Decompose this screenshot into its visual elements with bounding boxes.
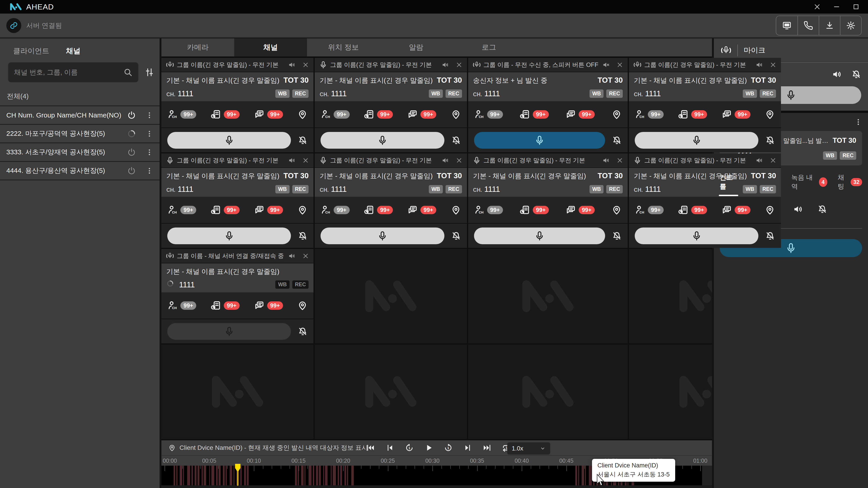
close-icon[interactable] — [302, 61, 309, 68]
location-button[interactable] — [297, 205, 308, 215]
channel-card[interactable]: 그룹 이름(긴 경우 말줄임) - 무전 기본 기본 - 채널 이름 표시(긴 … — [315, 58, 467, 152]
participants-button[interactable]: 99+ — [167, 109, 196, 120]
ptt-mic-button[interactable] — [320, 132, 444, 149]
history-button[interactable]: 99+ — [678, 205, 707, 215]
tab-recordings[interactable]: 녹음 내역4 — [792, 173, 827, 191]
tab-chat[interactable]: 채팅32 — [838, 173, 862, 191]
channel-card[interactable]: 그룹 이름 - 무전 수신 중, 스피커 버튼 OFF 송신자 정보 + 님 발… — [468, 58, 628, 152]
history-button[interactable]: 99+ — [364, 205, 393, 215]
close-icon[interactable] — [770, 157, 776, 164]
history-button[interactable]: 99+ — [520, 205, 549, 215]
speaker-button[interactable] — [793, 204, 803, 214]
monitor-button[interactable] — [776, 16, 798, 35]
ptt-mic-button[interactable] — [635, 132, 758, 149]
speaker-icon[interactable] — [441, 157, 449, 164]
tab-clients[interactable]: 클라이언트 — [13, 46, 49, 56]
channel-list-item[interactable]: 2222. 마포구/공덕역 공사현장(5) — [0, 125, 160, 143]
more-menu-icon[interactable] — [146, 130, 153, 138]
alarm-off-icon[interactable] — [451, 231, 461, 241]
more-menu-icon[interactable] — [146, 149, 153, 156]
forward-1-button[interactable] — [444, 443, 453, 452]
participants-button[interactable]: 99+ — [167, 300, 196, 311]
loading-spinner-icon[interactable] — [127, 129, 136, 138]
close-icon[interactable] — [456, 61, 463, 68]
participants-button[interactable]: 99+ — [320, 205, 349, 215]
location-button[interactable] — [765, 109, 775, 120]
channel-list-item[interactable]: 3333. 서초구/양재역 공사현장(5) — [0, 143, 160, 162]
channel-card[interactable]: 그룹 이름 - 채널 서버 연결 중/재접속 중 기본 - 채널 이름 표시(긴… — [161, 249, 313, 344]
chat-button[interactable]: 99+ — [721, 109, 750, 120]
location-button[interactable] — [612, 205, 622, 215]
ptt-mic-button[interactable] — [474, 132, 605, 149]
chat-button[interactable]: 99+ — [407, 205, 436, 215]
close-icon[interactable] — [616, 157, 623, 164]
speaker-icon[interactable] — [602, 61, 610, 69]
alarm-off-icon[interactable] — [765, 231, 775, 241]
channel-card[interactable]: 그룹 이름(긴 경우 말줄임) - 무전 기본 기본 - 채널 이름 표시(긴 … — [161, 58, 313, 152]
location-button[interactable] — [765, 205, 775, 215]
tab-channels[interactable]: 채널 — [66, 46, 81, 56]
window-minimize-icon[interactable] — [833, 3, 840, 11]
participants-button[interactable]: 99+ — [474, 205, 503, 215]
location-button[interactable] — [612, 109, 622, 120]
speaker-icon[interactable] — [288, 157, 296, 164]
replay-1-button[interactable] — [405, 443, 414, 452]
alarm-off-icon[interactable] — [298, 231, 308, 241]
power-button[interactable] — [127, 148, 136, 157]
location-button[interactable] — [297, 300, 308, 311]
more-menu-icon[interactable] — [855, 118, 862, 126]
location-button[interactable] — [451, 109, 461, 120]
ptt-mic-button[interactable] — [167, 323, 291, 340]
settings-button[interactable] — [840, 16, 861, 35]
filter-icon[interactable] — [144, 67, 155, 77]
speaker-icon[interactable] — [755, 61, 763, 69]
phone-button[interactable] — [798, 16, 819, 35]
chat-button[interactable]: 99+ — [721, 205, 750, 215]
tab-control[interactable]: 컨트롤 — [720, 173, 737, 191]
speaker-icon[interactable] — [755, 157, 763, 164]
channel-card[interactable]: 그룹 이름(긴 경우 말줄임) - 무전 기본 기본 - 채널 이름 표시(긴 … — [629, 58, 781, 152]
channel-list-item[interactable]: 4444. 용산구/용산역 공사현장(5) — [0, 162, 160, 180]
history-button[interactable]: 99+ — [211, 205, 240, 215]
power-button[interactable] — [127, 111, 136, 120]
previous-button[interactable] — [385, 443, 395, 452]
speaker-icon[interactable] — [441, 61, 449, 69]
chat-button[interactable]: 99+ — [254, 109, 283, 120]
skip-end-button[interactable] — [483, 443, 492, 452]
channel-list-item[interactable]: CH Num. Group Name/CH Name(NO) — [0, 106, 160, 125]
skip-start-button[interactable] — [366, 443, 375, 452]
main-tab-4[interactable]: 로그 — [453, 38, 525, 57]
channel-card[interactable]: 그룹 이름(긴 경우 말줄임) - 무전 기본 기본 - 채널 이름 표시(긴 … — [468, 153, 628, 248]
chat-button[interactable]: 99+ — [407, 109, 436, 120]
history-button[interactable]: 99+ — [211, 109, 240, 120]
channel-card[interactable]: 그룹 이름(긴 경우 말줄임) - 무전 기본 기본 - 채널 이름 표시(긴 … — [161, 153, 313, 248]
window-close-icon[interactable] — [813, 3, 821, 11]
history-button[interactable]: 99+ — [678, 109, 707, 120]
speaker-icon[interactable] — [288, 252, 296, 260]
ptt-mic-button[interactable] — [167, 228, 291, 244]
search-input[interactable] — [14, 68, 123, 76]
participants-button[interactable]: 99+ — [474, 109, 503, 120]
history-button[interactable]: 99+ — [364, 109, 393, 120]
close-icon[interactable] — [302, 253, 309, 259]
participants-button[interactable]: 99+ — [167, 205, 196, 215]
alarm-off-icon[interactable] — [612, 231, 622, 241]
close-icon[interactable] — [456, 157, 463, 164]
chat-button[interactable]: 99+ — [565, 109, 594, 120]
close-icon[interactable] — [302, 157, 309, 164]
location-button[interactable] — [297, 109, 308, 120]
ptt-mic-button[interactable] — [474, 228, 605, 244]
window-maximize-icon[interactable] — [852, 3, 860, 11]
next-button[interactable] — [463, 443, 472, 452]
alarm-off-icon[interactable] — [298, 326, 308, 336]
alarm-off-icon[interactable] — [298, 135, 308, 145]
channel-card[interactable]: 그룹 이름(긴 경우 말줄임) - 무전 기본 기본 - 채널 이름 표시(긴 … — [629, 153, 781, 248]
alarm-off-button[interactable] — [817, 204, 827, 214]
alarm-off-icon[interactable] — [851, 69, 861, 79]
alarm-off-icon[interactable] — [765, 135, 775, 145]
alarm-off-icon[interactable] — [612, 135, 622, 145]
download-button[interactable] — [819, 16, 840, 35]
speaker-icon[interactable] — [288, 61, 296, 69]
more-menu-icon[interactable] — [146, 111, 153, 119]
main-tab-2[interactable]: 위치 정보 — [307, 38, 380, 57]
